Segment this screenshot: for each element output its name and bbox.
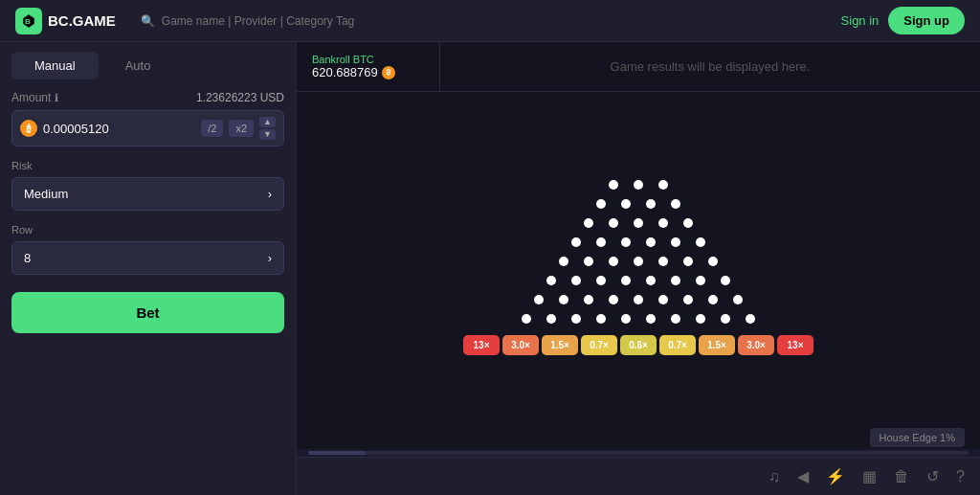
peg-row-5 — [576, 214, 701, 232]
house-edge: House Edge 1% — [870, 428, 966, 447]
peg — [609, 257, 618, 266]
peg — [646, 314, 656, 324]
peg — [584, 218, 593, 228]
main-layout: Manual Auto Amount ℹ 1.23626223 USD ₿ 0.… — [0, 42, 980, 495]
peg — [671, 314, 680, 324]
scroll-area — [297, 449, 980, 457]
logo: B BC.GAME — [15, 8, 116, 34]
peg — [658, 180, 668, 190]
stepper-down[interactable]: ▼ — [259, 129, 276, 140]
btc-icon: ₿ — [20, 120, 37, 137]
peg — [621, 199, 631, 209]
trash-icon[interactable]: 🗑 — [894, 468, 909, 485]
plinko-board — [514, 176, 763, 327]
multiplier-bucket-7: 3.0× — [738, 335, 774, 355]
peg — [621, 237, 631, 247]
multiplier-bucket-4: 0.6× — [620, 335, 657, 355]
peg — [696, 276, 705, 285]
peg — [683, 218, 693, 228]
tab-auto[interactable]: Auto — [102, 52, 174, 79]
peg — [671, 199, 680, 209]
divide2-button[interactable]: /2 — [201, 120, 223, 137]
peg-row-10 — [514, 310, 763, 327]
peg — [746, 314, 755, 324]
risk-select[interactable]: Medium › — [11, 177, 284, 211]
peg — [596, 237, 606, 247]
scroll-thumb[interactable] — [308, 451, 366, 455]
peg — [546, 314, 556, 324]
grid-icon[interactable]: ▦ — [862, 467, 877, 485]
peg — [522, 314, 531, 324]
peg-row-4 — [589, 195, 688, 213]
peg — [671, 237, 680, 247]
peg — [634, 180, 643, 190]
peg — [646, 276, 656, 285]
amount-row: Amount ℹ 1.23626223 USD — [11, 91, 284, 104]
peg — [571, 314, 581, 324]
left-panel: Manual Auto Amount ℹ 1.23626223 USD ₿ 0.… — [0, 42, 297, 495]
peg — [559, 257, 568, 266]
scroll-track[interactable] — [308, 451, 969, 455]
bankroll-coin-icon: ₿ — [382, 66, 395, 79]
times2-button[interactable]: x2 — [229, 120, 254, 137]
peg — [658, 218, 668, 228]
tab-manual[interactable]: Manual — [11, 52, 99, 79]
peg — [733, 295, 743, 304]
multiplier-bucket-6: 1.5× — [699, 335, 735, 355]
search-wrapper: 🔍 — [131, 9, 399, 34]
signup-button[interactable]: Sign up — [888, 7, 965, 34]
peg — [621, 314, 631, 324]
sound-icon[interactable]: ◀ — [797, 467, 809, 485]
bankroll-label: Bankroll BTC — [312, 54, 424, 65]
peg — [646, 237, 656, 247]
info-icon: ℹ — [55, 92, 58, 104]
help-icon[interactable]: ? — [956, 468, 965, 485]
peg — [721, 276, 730, 285]
row-chevron: › — [268, 251, 272, 265]
search-input[interactable] — [131, 9, 399, 34]
multiplier-bucket-2: 1.5× — [542, 335, 578, 355]
multiplier-bucket-1: 3.0× — [502, 335, 539, 355]
peg — [534, 295, 544, 304]
right-panel: Bankroll BTC 620.688769 ₿ Game results w… — [297, 42, 980, 495]
bet-button[interactable]: Bet — [11, 292, 284, 333]
music-icon[interactable]: ♫ — [768, 468, 780, 485]
row-select[interactable]: 8 › — [11, 241, 284, 275]
peg — [596, 199, 606, 209]
svg-text:B: B — [25, 17, 31, 26]
row-label: Row — [11, 224, 284, 236]
peg — [634, 218, 643, 228]
peg — [721, 314, 730, 324]
peg — [683, 295, 693, 304]
peg — [596, 314, 606, 324]
peg — [634, 295, 643, 304]
bankroll-section: Bankroll BTC 620.688769 ₿ — [297, 42, 440, 91]
tabs: Manual Auto — [0, 42, 296, 79]
peg — [658, 295, 668, 304]
stepper-up[interactable]: ▲ — [259, 117, 276, 127]
peg — [609, 180, 618, 190]
peg — [696, 237, 705, 247]
peg — [609, 218, 618, 228]
amount-btc-value: 0.00005120 — [43, 122, 195, 136]
peg — [683, 257, 693, 266]
peg — [596, 276, 606, 285]
peg-row-9 — [526, 291, 750, 308]
amount-stepper: ▲ ▼ — [259, 117, 276, 140]
peg — [708, 257, 718, 266]
peg — [546, 276, 556, 285]
flash-icon[interactable]: ⚡ — [826, 467, 845, 485]
peg — [571, 276, 581, 285]
bottom-toolbar: ♫ ◀ ⚡ ▦ 🗑 ↺ ? — [297, 457, 980, 495]
bankroll-value: 620.688769 ₿ — [312, 65, 424, 79]
risk-chevron: › — [268, 187, 272, 201]
logo-icon: B — [15, 8, 42, 34]
multiplier-bucket-3: 0.7× — [581, 335, 617, 355]
panel-content: Amount ℹ 1.23626223 USD ₿ 0.00005120 /2 … — [0, 79, 296, 495]
refresh-icon[interactable]: ↺ — [926, 467, 939, 485]
game-results: Game results will be displayed here. — [440, 42, 980, 91]
amount-label: Amount ℹ — [11, 91, 58, 104]
peg — [696, 314, 705, 324]
signin-button[interactable]: Sign in — [841, 13, 880, 28]
multiplier-row: 13×3.0×1.5×0.7×0.6×0.7×1.5×3.0×13× — [463, 335, 813, 355]
